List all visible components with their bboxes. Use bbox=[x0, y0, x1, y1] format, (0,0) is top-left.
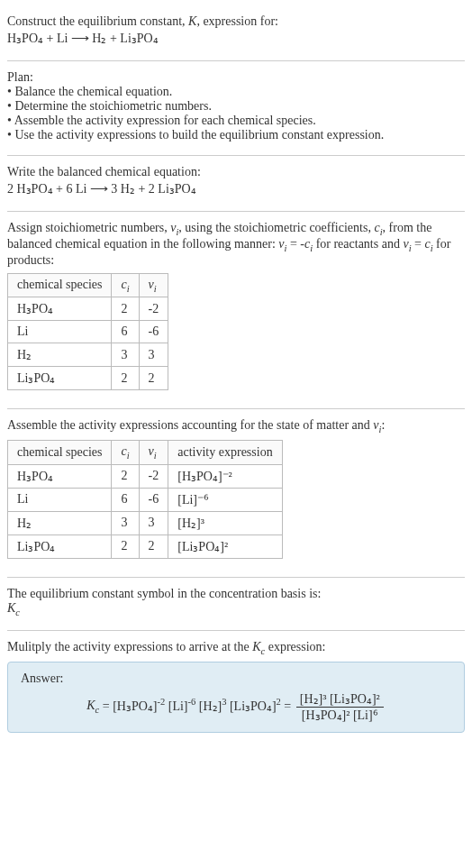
divider bbox=[7, 60, 465, 61]
symbol-text: The equilibrium constant symbol in the c… bbox=[7, 587, 465, 601]
cell-vi: 2 bbox=[139, 535, 168, 558]
cell-ci: 3 bbox=[112, 511, 139, 535]
table-row: Li 6 -6 bbox=[8, 321, 168, 343]
assign-table: chemical species ci νi H₃PO₄ 2 -2 Li 6 -… bbox=[7, 273, 168, 391]
table-header-row: chemical species ci νi bbox=[8, 273, 168, 297]
table-row: H₂ 3 3 bbox=[8, 343, 168, 367]
cell-species: H₃PO₄ bbox=[8, 464, 112, 488]
multiply-text: Mulitply the activity expressions to arr… bbox=[7, 640, 465, 656]
intro-equation: H₃PO₄ + Li ⟶ H₂ + Li₃PO₄ bbox=[7, 31, 465, 46]
cell-ci: 2 bbox=[112, 297, 139, 321]
assemble-section: Assemble the activity expressions accoun… bbox=[7, 413, 465, 573]
balanced-heading: Write the balanced chemical equation: bbox=[7, 165, 465, 179]
balanced-section: Write the balanced chemical equation: 2 … bbox=[7, 160, 465, 207]
col-ci: ci bbox=[112, 273, 139, 297]
answer-denominator: [H₃PO₄]² [Li]⁶ bbox=[296, 708, 384, 723]
cell-vi: 3 bbox=[139, 511, 168, 535]
cell-vi: 3 bbox=[139, 343, 168, 367]
cell-activity: [Li]⁻⁶ bbox=[168, 488, 282, 511]
cell-vi: -6 bbox=[139, 321, 168, 343]
plan-item: • Balance the chemical equation. bbox=[7, 85, 465, 99]
col-ci: ci bbox=[112, 441, 139, 465]
cell-vi: 2 bbox=[139, 367, 168, 390]
multiply-section: Mulitply the activity expressions to arr… bbox=[7, 635, 465, 742]
col-species: chemical species bbox=[8, 441, 112, 465]
table-row: H₃PO₄ 2 -2 [H₃PO₄]⁻² bbox=[8, 464, 283, 488]
cell-vi: -2 bbox=[139, 464, 168, 488]
cell-species: Li₃PO₄ bbox=[8, 367, 112, 390]
symbol-value: Kc bbox=[7, 601, 465, 617]
col-vi: νi bbox=[139, 441, 168, 465]
cell-ci: 2 bbox=[112, 464, 139, 488]
answer-numerator: [H₂]³ [Li₃PO₄]² bbox=[296, 691, 384, 708]
assign-section: Assign stoichiometric numbers, νi, using… bbox=[7, 215, 465, 405]
assign-text: Assign stoichiometric numbers, νi, using… bbox=[7, 221, 465, 268]
cell-species: Li bbox=[8, 488, 112, 511]
cell-ci: 2 bbox=[112, 367, 139, 390]
plan-item: • Assemble the activity expression for e… bbox=[7, 114, 465, 128]
plan-item: • Use the activity expressions to build … bbox=[7, 128, 465, 142]
divider bbox=[7, 577, 465, 578]
col-species: chemical species bbox=[8, 273, 112, 297]
cell-species: H₂ bbox=[8, 343, 112, 367]
intro-section: Construct the equilibrium constant, K, e… bbox=[7, 7, 465, 57]
cell-species: Li₃PO₄ bbox=[8, 535, 112, 558]
plan-section: Plan: • Balance the chemical equation. •… bbox=[7, 65, 465, 151]
plan-item: • Determine the stoichiometric numbers. bbox=[7, 99, 465, 114]
divider bbox=[7, 408, 465, 409]
answer-fraction: [H₂]³ [Li₃PO₄]² [H₃PO₄]² [Li]⁶ bbox=[296, 691, 384, 723]
cell-activity: [Li₃PO₄]² bbox=[168, 535, 282, 558]
answer-expression: Kc = [H₃PO₄]-2 [Li]-6 [H₂]3 [Li₃PO₄]2 = … bbox=[21, 691, 451, 723]
table-header-row: chemical species ci νi activity expressi… bbox=[8, 441, 283, 465]
table-row: H₂ 3 3 [H₂]³ bbox=[8, 511, 283, 535]
cell-ci: 3 bbox=[112, 343, 139, 367]
cell-vi: -6 bbox=[139, 488, 168, 511]
cell-ci: 6 bbox=[112, 321, 139, 343]
answer-box: Answer: Kc = [H₃PO₄]-2 [Li]-6 [H₂]3 [Li₃… bbox=[7, 662, 465, 733]
answer-label: Answer: bbox=[21, 672, 451, 686]
cell-ci: 2 bbox=[112, 535, 139, 558]
cell-ci: 6 bbox=[112, 488, 139, 511]
divider bbox=[7, 630, 465, 631]
cell-activity: [H₃PO₄]⁻² bbox=[168, 464, 282, 488]
intro-text: Construct the equilibrium constant, K, e… bbox=[7, 14, 465, 29]
col-activity: activity expression bbox=[168, 441, 282, 465]
col-vi: νi bbox=[139, 273, 168, 297]
cell-vi: -2 bbox=[139, 297, 168, 321]
assemble-table: chemical species ci νi activity expressi… bbox=[7, 440, 283, 559]
plan-heading: Plan: bbox=[7, 70, 465, 85]
table-row: Li 6 -6 [Li]⁻⁶ bbox=[8, 488, 283, 511]
cell-activity: [H₂]³ bbox=[168, 511, 282, 535]
divider bbox=[7, 211, 465, 212]
cell-species: Li bbox=[8, 321, 112, 343]
balanced-equation: 2 H₃PO₄ + 6 Li ⟶ 3 H₂ + 2 Li₃PO₄ bbox=[7, 181, 465, 196]
assemble-text: Assemble the activity expressions accoun… bbox=[7, 418, 465, 434]
table-row: Li₃PO₄ 2 2 [Li₃PO₄]² bbox=[8, 535, 283, 558]
table-row: H₃PO₄ 2 -2 bbox=[8, 297, 168, 321]
symbol-section: The equilibrium constant symbol in the c… bbox=[7, 581, 465, 626]
divider bbox=[7, 155, 465, 156]
table-row: Li₃PO₄ 2 2 bbox=[8, 367, 168, 390]
cell-species: H₂ bbox=[8, 511, 112, 535]
cell-species: H₃PO₄ bbox=[8, 297, 112, 321]
